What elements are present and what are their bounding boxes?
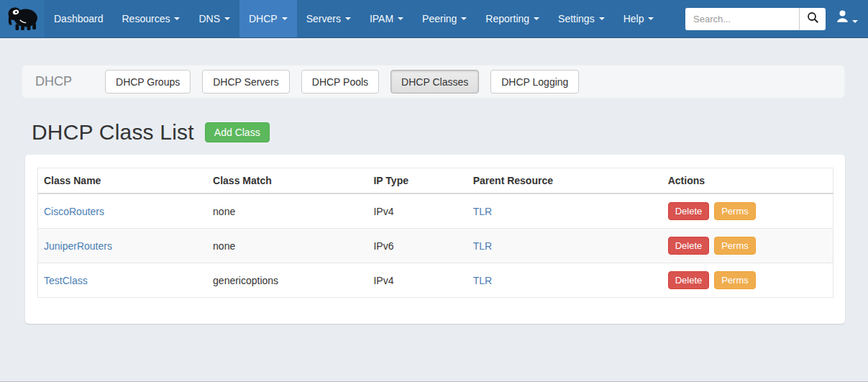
- col-header-class-name: Class Name: [38, 168, 208, 194]
- search-input[interactable]: [685, 8, 799, 30]
- ip-type-value: IPv4: [367, 263, 467, 298]
- search-group: [685, 8, 826, 30]
- user-menu[interactable]: [836, 9, 858, 29]
- chevron-down-icon: [534, 17, 539, 20]
- nav-item-ipam[interactable]: IPAM: [360, 0, 413, 37]
- subnav-title: DHCP: [35, 74, 72, 89]
- chevron-down-icon: [398, 17, 403, 20]
- nav-item-peering[interactable]: Peering: [413, 0, 476, 37]
- class-match-value: genericoptions: [207, 263, 367, 298]
- tab-dhcp-servers[interactable]: DHCP Servers: [202, 70, 290, 94]
- page-title: DHCP Class List: [32, 120, 194, 145]
- chevron-down-icon: [174, 17, 180, 20]
- col-header-parent-resource: Parent Resource: [467, 168, 662, 194]
- delete-button[interactable]: Delete: [668, 202, 710, 220]
- perms-button[interactable]: Perms: [714, 271, 756, 289]
- ip-type-value: IPv4: [367, 194, 467, 229]
- table-header-row: Class Name Class Match IP Type Parent Re…: [38, 168, 833, 194]
- chevron-down-icon: [224, 17, 230, 20]
- ip-type-value: IPv6: [367, 229, 467, 263]
- main-menu: Dashboard Resources DNS DHCP Servers IPA…: [45, 0, 663, 37]
- nav-item-servers[interactable]: Servers: [297, 0, 360, 37]
- chevron-down-icon: [648, 17, 654, 20]
- col-header-ip-type: IP Type: [367, 168, 467, 194]
- search-button[interactable]: [799, 8, 826, 30]
- chevron-down-icon: [282, 17, 288, 20]
- perms-button[interactable]: Perms: [714, 237, 756, 255]
- subnav-tabs: DHCP Groups DHCP Servers DHCP Pools DHCP…: [105, 70, 579, 94]
- table-row: TestClass genericoptions IPv4 TLR Delete…: [38, 263, 833, 298]
- class-name-link[interactable]: CiscoRouters: [44, 206, 104, 217]
- nav-item-resources[interactable]: Resources: [113, 0, 190, 37]
- navbar-right-group: [685, 0, 868, 37]
- table-row: JuniperRouters none IPv6 TLR Delete Perm…: [38, 229, 833, 263]
- nav-item-dhcp[interactable]: DHCP: [239, 0, 297, 37]
- nav-item-help[interactable]: Help: [614, 0, 664, 37]
- perms-button[interactable]: Perms: [714, 202, 756, 220]
- class-name-link[interactable]: JuniperRouters: [44, 240, 112, 252]
- dhcp-subnav: DHCP DHCP Groups DHCP Servers DHCP Pools…: [22, 65, 845, 99]
- nav-item-reporting[interactable]: Reporting: [476, 0, 549, 37]
- parent-resource-link[interactable]: TLR: [473, 206, 492, 217]
- brand-logo[interactable]: [0, 0, 45, 37]
- nav-item-settings[interactable]: Settings: [549, 0, 614, 37]
- dhcp-class-panel: Class Name Class Match IP Type Parent Re…: [25, 155, 845, 324]
- delete-button[interactable]: Delete: [668, 271, 710, 289]
- class-match-value: none: [207, 229, 367, 263]
- top-navbar: Dashboard Resources DNS DHCP Servers IPA…: [0, 0, 868, 38]
- nav-item-dashboard[interactable]: Dashboard: [45, 0, 113, 37]
- tab-dhcp-groups[interactable]: DHCP Groups: [105, 70, 191, 94]
- tab-dhcp-pools[interactable]: DHCP Pools: [301, 70, 379, 94]
- user-icon: [836, 9, 849, 26]
- col-header-class-match: Class Match: [207, 168, 367, 194]
- tab-dhcp-logging[interactable]: DHCP Logging: [490, 70, 579, 94]
- parent-resource-link[interactable]: TLR: [473, 240, 492, 252]
- chevron-down-icon: [599, 17, 605, 20]
- table-row: CiscoRouters none IPv4 TLR Delete Perms: [38, 194, 833, 229]
- mammoth-logo-icon: [6, 4, 39, 34]
- chevron-down-icon: [852, 20, 858, 23]
- class-name-link[interactable]: TestClass: [44, 275, 88, 286]
- class-match-value: none: [207, 194, 367, 229]
- nav-item-dns[interactable]: DNS: [189, 0, 239, 37]
- add-class-button[interactable]: Add Class: [205, 122, 270, 142]
- page-head: DHCP Class List Add Class: [32, 120, 868, 145]
- dhcp-class-table: Class Name Class Match IP Type Parent Re…: [37, 168, 833, 298]
- chevron-down-icon: [461, 17, 467, 20]
- tab-dhcp-classes[interactable]: DHCP Classes: [390, 70, 479, 94]
- parent-resource-link[interactable]: TLR: [473, 275, 492, 286]
- delete-button[interactable]: Delete: [668, 237, 710, 255]
- chevron-down-icon: [345, 17, 351, 20]
- search-icon: [807, 12, 819, 26]
- col-header-actions: Actions: [662, 168, 833, 194]
